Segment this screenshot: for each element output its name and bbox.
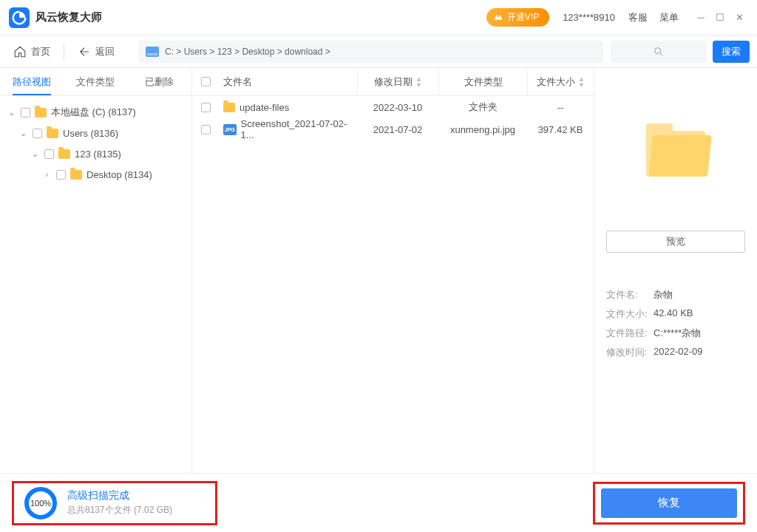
- select-all-checkbox[interactable]: [201, 77, 211, 86]
- tree-item[interactable]: ⌄ 本地磁盘 (C) (8137): [0, 102, 191, 123]
- meta-name-label: 文件名:: [606, 288, 654, 301]
- col-name[interactable]: 文件名: [219, 75, 357, 89]
- home-icon: [13, 45, 27, 58]
- tree-checkbox[interactable]: [56, 170, 66, 180]
- meta-name-value: 杂物: [654, 288, 673, 301]
- col-type[interactable]: 文件类型: [438, 68, 527, 95]
- tree-toggle-icon[interactable]: ⌄: [18, 129, 28, 138]
- close-button[interactable]: ✕: [730, 9, 748, 27]
- tree-checkbox[interactable]: [33, 129, 42, 138]
- folder-icon: [58, 149, 70, 159]
- tree-item[interactable]: ⌄ 123 (8135): [0, 143, 191, 164]
- support-link[interactable]: 客服: [628, 11, 648, 24]
- status-subtitle: 总共8137个文件 (7.02 GB): [67, 504, 172, 516]
- list-header: 文件名 修改日期▲▼ 文件类型 文件大小▲▼: [192, 68, 594, 96]
- folder-icon: [646, 131, 705, 177]
- user-id[interactable]: 123****8910: [563, 12, 615, 23]
- tab-path-view[interactable]: 路径视图: [0, 68, 64, 95]
- back-icon: [78, 45, 91, 58]
- status-title: 高级扫描完成: [67, 489, 172, 502]
- recover-button[interactable]: 恢复: [601, 488, 737, 518]
- svg-point-0: [655, 47, 661, 53]
- meta-path-value: C:*****杂物: [654, 327, 701, 340]
- tree-checkbox[interactable]: [44, 149, 54, 159]
- preview-button[interactable]: 预览: [606, 231, 745, 253]
- col-size[interactable]: 文件大小▲▼: [527, 68, 594, 95]
- scan-status: 100% 高级扫描完成 总共8137个文件 (7.02 GB): [12, 481, 217, 525]
- tree-item[interactable]: › Desktop (8134): [0, 164, 191, 185]
- search-input[interactable]: [611, 41, 707, 63]
- tree-toggle-icon[interactable]: ⌄: [30, 149, 40, 159]
- search-icon: [653, 46, 665, 58]
- meta-date-value: 2022-02-09: [654, 346, 703, 359]
- meta-size-value: 42.40 KB: [654, 307, 693, 321]
- app-title: 风云恢复大师: [35, 10, 102, 24]
- meta-size-label: 文件大小:: [606, 307, 654, 321]
- folder-icon: [223, 103, 235, 112]
- menu-link[interactable]: 菜单: [659, 11, 679, 24]
- folder-icon: [35, 108, 47, 117]
- vip-button[interactable]: 开通VIP: [486, 8, 549, 27]
- col-date[interactable]: 修改日期▲▼: [357, 68, 438, 95]
- table-row[interactable]: JPG Screenshot_2021-07-02-1... 2021-07-0…: [192, 118, 594, 140]
- table-row[interactable]: update-files 2022-03-10 文件夹 --: [192, 96, 594, 118]
- tree-toggle-icon[interactable]: ⌄: [6, 108, 16, 117]
- maximize-button[interactable]: ☐: [711, 9, 729, 27]
- row-checkbox[interactable]: [201, 125, 211, 134]
- tree-checkbox[interactable]: [21, 108, 30, 117]
- breadcrumb[interactable]: C: > Users > 123 > Desktop > download >: [138, 41, 603, 63]
- row-checkbox[interactable]: [201, 103, 211, 112]
- back-button[interactable]: 返回: [64, 35, 128, 67]
- home-button[interactable]: 首页: [0, 35, 64, 67]
- sort-icon: ▲▼: [415, 76, 422, 88]
- folder-icon: [70, 170, 82, 180]
- sort-icon: ▲▼: [578, 76, 585, 88]
- folder-icon: [47, 129, 58, 138]
- folder-tree: ⌄ 本地磁盘 (C) (8137) ⌄ Users (8136) ⌄ 123 (…: [0, 96, 191, 473]
- progress-ring: 100%: [24, 487, 57, 519]
- meta-path-label: 文件路径:: [606, 327, 654, 340]
- app-logo: [9, 7, 30, 28]
- vip-label: 开通VIP: [507, 11, 539, 24]
- preview-thumbnail: [606, 80, 745, 228]
- tree-item[interactable]: ⌄ Users (8136): [0, 123, 191, 143]
- tab-file-type[interactable]: 文件类型: [64, 68, 127, 95]
- tab-deleted[interactable]: 已删除: [128, 68, 191, 95]
- jpg-icon: JPG: [223, 124, 237, 135]
- minimize-button[interactable]: ─: [692, 9, 710, 27]
- disk-icon: [146, 47, 159, 57]
- meta-date-label: 修改时间:: [606, 346, 654, 359]
- search-button[interactable]: 搜索: [713, 41, 750, 63]
- tree-toggle-icon[interactable]: ›: [41, 170, 52, 179]
